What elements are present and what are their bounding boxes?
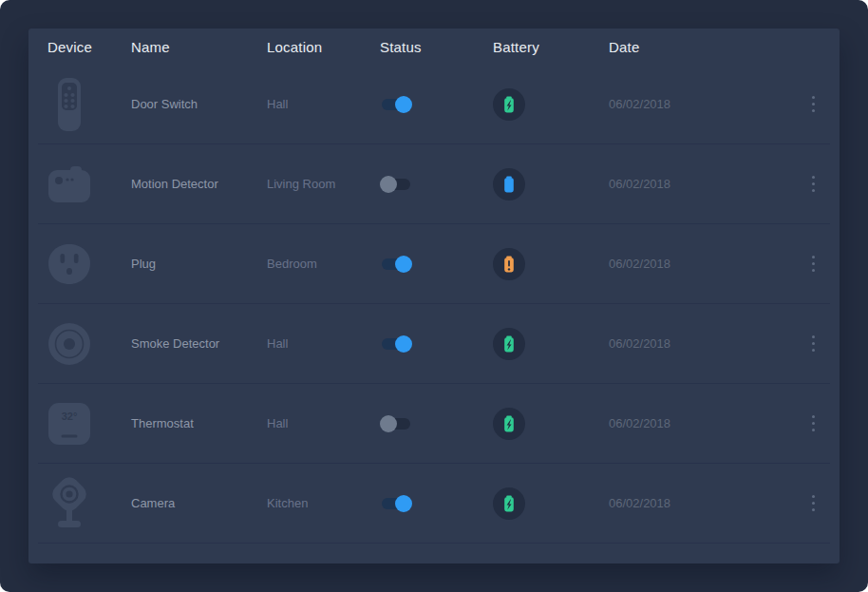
status-toggle-on[interactable] <box>380 494 412 513</box>
device-name-label: Motion Detector <box>131 177 267 191</box>
status-toggle-on[interactable] <box>380 95 412 114</box>
table-body: Door Switch Hall 06/02/2018 Motion Detec… <box>28 65 840 544</box>
device-location-label: Hall <box>267 97 380 111</box>
device-table-panel: Device Name Location Status Battery Date… <box>28 29 840 563</box>
smoke-detector-icon <box>47 322 91 366</box>
column-header-date: Date <box>609 39 786 55</box>
motion-detector-icon <box>47 163 91 205</box>
status-toggle-off[interactable] <box>380 175 412 194</box>
kebab-menu-icon[interactable] <box>802 492 824 515</box>
device-date-label: 06/02/2018 <box>609 97 786 111</box>
battery-full-icon <box>493 168 609 201</box>
app-screen: Device Name Location Status Battery Date… <box>0 0 868 592</box>
column-header-status: Status <box>380 39 493 55</box>
column-header-location: Location <box>267 39 380 55</box>
device-name-label: Smoke Detector <box>131 336 267 351</box>
device-name-label: Plug <box>131 257 267 271</box>
kebab-menu-icon[interactable] <box>802 173 824 196</box>
device-name-label: Thermostat <box>131 416 267 430</box>
device-date-label: 06/02/2018 <box>609 336 786 351</box>
svg-text:32°: 32° <box>62 411 78 422</box>
device-location-label: Bedroom <box>267 257 380 271</box>
device-location-label: Hall <box>267 416 380 430</box>
camera-icon <box>47 476 91 531</box>
status-toggle-on[interactable] <box>380 255 412 274</box>
device-name-label: Camera <box>131 496 267 510</box>
table-row: Plug Bedroom 06/02/2018 <box>28 224 840 303</box>
table-row: 32° Thermostat Hall 06/02/2018 <box>28 384 840 463</box>
remote-icon <box>47 76 91 133</box>
device-name-label: Door Switch <box>131 97 267 111</box>
table-row: Motion Detector Living Room 06/02/2018 <box>28 144 840 223</box>
battery-alert-icon <box>493 248 609 280</box>
battery-charging-icon <box>493 408 609 440</box>
plug-icon <box>47 243 91 285</box>
device-location-label: Living Room <box>267 177 380 191</box>
battery-charging-icon <box>493 88 609 121</box>
battery-charging-icon <box>493 487 609 520</box>
column-header-battery: Battery <box>493 39 609 55</box>
status-toggle-off[interactable] <box>380 414 412 433</box>
kebab-menu-icon[interactable] <box>802 412 824 435</box>
status-toggle-on[interactable] <box>380 334 412 353</box>
battery-charging-icon <box>493 328 609 360</box>
device-date-label: 06/02/2018 <box>609 496 786 510</box>
column-header-device: Device <box>47 39 131 55</box>
table-row: Camera Kitchen 06/02/2018 <box>28 464 840 543</box>
device-location-label: Kitchen <box>267 496 380 510</box>
kebab-menu-icon[interactable] <box>802 253 824 276</box>
device-date-label: 06/02/2018 <box>609 177 786 191</box>
row-divider <box>38 543 830 544</box>
table-row: Door Switch Hall 06/02/2018 <box>28 65 840 143</box>
column-header-name: Name <box>131 39 267 55</box>
thermostat-icon: 32° <box>47 402 91 446</box>
device-location-label: Hall <box>267 336 380 351</box>
device-date-label: 06/02/2018 <box>609 257 786 271</box>
device-date-label: 06/02/2018 <box>609 416 786 430</box>
kebab-menu-icon[interactable] <box>802 333 824 355</box>
kebab-menu-icon[interactable] <box>802 93 824 116</box>
table-header: Device Name Location Status Battery Date <box>28 29 840 65</box>
table-row: Smoke Detector Hall 06/02/2018 <box>28 304 840 383</box>
